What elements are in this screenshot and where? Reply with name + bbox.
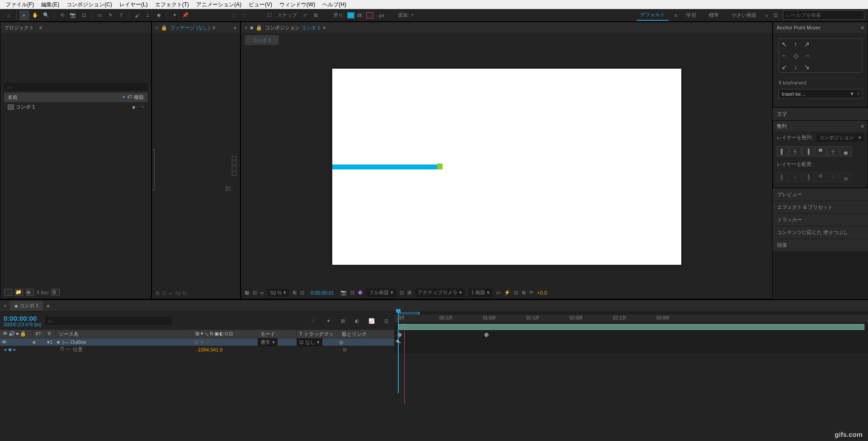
align-to-dropdown[interactable]: コンポジション ▾	[816, 133, 864, 142]
pen-tool-icon[interactable]: ✎	[105, 10, 115, 20]
brain-icon[interactable]: ⊡	[382, 316, 391, 325]
parent-col[interactable]: 親とリンク	[339, 330, 394, 338]
draft3d-icon[interactable]: ✦	[324, 316, 333, 325]
camera-tool-icon[interactable]: 📷	[68, 10, 78, 20]
panel-menu-icon[interactable]: ≡	[47, 303, 49, 309]
panel-menu-icon[interactable]: ≡	[323, 25, 326, 30]
timeline-search-input[interactable]: ⌕▾	[45, 317, 172, 325]
menu-window[interactable]: ウィンドウ(W)	[276, 0, 319, 9]
content-fill-panel-header[interactable]: コンテンツに応じた 塗りつぶし	[773, 226, 868, 239]
alpha-icon[interactable]: ▦	[245, 290, 249, 296]
bpc-label[interactable]: 8 bpc	[37, 290, 49, 295]
panel-overflow-icon[interactable]: »	[234, 25, 236, 30]
anchor-bottom-right[interactable]: ↘	[802, 61, 812, 72]
lock-icon[interactable]: 🔒	[161, 25, 167, 31]
quality-dropdown[interactable]: フル画質 ▾	[366, 288, 396, 297]
type-tool-icon[interactable]: T	[116, 10, 126, 20]
trash-icon[interactable]: 🗑	[52, 289, 60, 296]
selection-tool-icon[interactable]: ▸	[19, 10, 29, 20]
next-keyframe-icon[interactable]: ▸	[14, 347, 16, 352]
stroke-width-value[interactable]: - px	[374, 13, 386, 18]
workspace-reset-icon[interactable]: ⊡	[774, 12, 778, 18]
help-search-input[interactable]: ⌕ ヘルプを検索	[783, 10, 864, 20]
timeline-property-position[interactable]: ◂◆▸ ⏱⌐位置 -1084,541.8 ◎	[0, 346, 394, 353]
anchor-right[interactable]: →	[802, 50, 812, 61]
align-left-icon[interactable]: ▌	[777, 146, 788, 156]
show-snapshot-icon[interactable]: ⊡	[350, 290, 354, 296]
brush-tool-icon[interactable]: 🖌	[132, 10, 142, 20]
new-comp-icon[interactable]: ▣	[26, 289, 34, 296]
pan-behind-tool-icon[interactable]: ⊡	[79, 10, 89, 20]
view-icon[interactable]: ⊡	[253, 290, 257, 296]
label-col-icon[interactable]: 🏷	[35, 331, 40, 336]
project-item-comp1[interactable]: コンポ 1 ■ ⋯▪	[4, 102, 147, 112]
source-name-col[interactable]: ソース名	[56, 330, 193, 338]
comp-panel-title[interactable]: コンポジション コンポ 1	[265, 24, 320, 31]
trackmatte-col[interactable]: T トラックマット	[297, 330, 339, 338]
project-columns-header[interactable]: 名前 ▾ 🏷 種類	[4, 93, 147, 102]
align-panel-title[interactable]: 整列	[777, 123, 787, 130]
home-icon[interactable]: ⌂	[4, 10, 14, 20]
workspace-standard[interactable]: 標準	[705, 10, 722, 20]
zoom-dropdown[interactable]: 50 % ▾	[268, 289, 289, 296]
timeline-track-area[interactable]: 00f 00:12f 01:00f 01:12f 02:00f 02:12f 0…	[394, 312, 868, 353]
anchor-bottom-left[interactable]: ↙	[779, 61, 790, 72]
comp-flowchart-tab[interactable]: コンポ 1	[245, 35, 279, 45]
panel-menu-icon[interactable]: ≡	[861, 123, 864, 129]
pickwhip-icon[interactable]: ◎	[339, 339, 344, 345]
menu-edit[interactable]: 編集(E)	[38, 0, 63, 9]
anchor-bottom[interactable]: ↓	[790, 61, 801, 72]
stopwatch-icon[interactable]: ⏱	[60, 346, 65, 353]
tracker-panel-header[interactable]: トラッカー	[773, 213, 868, 226]
camera-dropdown[interactable]: アクティブカメラ ▾	[415, 288, 465, 297]
align-hcenter-icon[interactable]: ┼	[789, 146, 801, 156]
menu-help[interactable]: ヘルプ(H)	[319, 0, 350, 9]
motion-blur-icon[interactable]: ◐	[353, 316, 362, 325]
add-keyframe-icon[interactable]: ◆	[8, 347, 12, 352]
anchor-center[interactable]: ◇	[790, 50, 801, 61]
eye-icon[interactable]: 👁	[2, 339, 7, 345]
resolution-icon[interactable]: ∞	[169, 291, 173, 296]
align-vcenter-icon[interactable]: ┼	[827, 146, 839, 156]
workspace-overflow-icon[interactable]: »	[765, 13, 768, 18]
hand-tool-icon[interactable]: ✋	[30, 10, 40, 20]
anchor-top-right[interactable]: ↗	[802, 39, 812, 50]
menu-composition[interactable]: コンポジション(C)	[63, 0, 116, 9]
snapshot-icon[interactable]: 📷	[340, 290, 347, 296]
position-value[interactable]: -1084,541.8	[196, 347, 261, 352]
layer-number-col[interactable]: #	[45, 330, 56, 338]
shape-anchor[interactable]	[437, 164, 443, 169]
channel-icon[interactable]: ⊡	[162, 290, 166, 296]
snap-magnet-icon[interactable]: ⤢	[300, 10, 310, 20]
workspace-learn[interactable]: 学習	[683, 10, 700, 20]
menu-file[interactable]: ファイル(F)	[2, 0, 38, 9]
panel-menu-icon[interactable]: ≡	[212, 25, 215, 30]
solo-col-icon[interactable]: ●	[16, 331, 19, 337]
character-panel-header[interactable]: 文字	[773, 108, 868, 120]
exposure-value[interactable]: +0.0	[537, 290, 547, 296]
views-dropdown[interactable]: 1 画面 ▾	[468, 288, 492, 297]
new-folder-icon[interactable]: 📁	[15, 289, 23, 296]
guides-icon[interactable]: ⊞	[407, 290, 411, 296]
menu-animation[interactable]: アニメーション(A)	[193, 0, 245, 9]
bezier-icon[interactable]: ⬠	[239, 10, 249, 20]
keyframe-action-dropdown[interactable]: Insert ke…▾ i	[778, 89, 862, 99]
zoom-value[interactable]: 50 %	[175, 291, 187, 296]
grid-icon[interactable]: ⊡	[400, 290, 404, 296]
align-right-icon[interactable]: ▐	[802, 146, 814, 156]
add-label[interactable]: 追加: ○	[396, 12, 415, 19]
timeline-tab[interactable]: ■ コンポ 1	[10, 301, 43, 310]
align-bottom-icon[interactable]: ▄	[840, 146, 852, 156]
puppet-tool-icon[interactable]: 📌	[180, 10, 190, 20]
project-panel-title[interactable]: プロジェクト	[4, 24, 34, 31]
menu-layer[interactable]: レイヤー(L)	[116, 0, 151, 9]
stroke-swatch[interactable]	[366, 12, 373, 19]
align-top-icon[interactable]: ▀	[815, 146, 826, 156]
anchor-top[interactable]: ↑	[790, 39, 801, 50]
paragraph-panel-header[interactable]: 段落	[773, 239, 868, 251]
pixel-ar-icon[interactable]: ▭	[496, 290, 500, 296]
column-name[interactable]: 名前	[8, 94, 123, 101]
clone-tool-icon[interactable]: ⊥	[143, 10, 153, 20]
playhead[interactable]	[398, 312, 399, 393]
color-mgmt-icon[interactable]: ⬢	[358, 290, 363, 296]
